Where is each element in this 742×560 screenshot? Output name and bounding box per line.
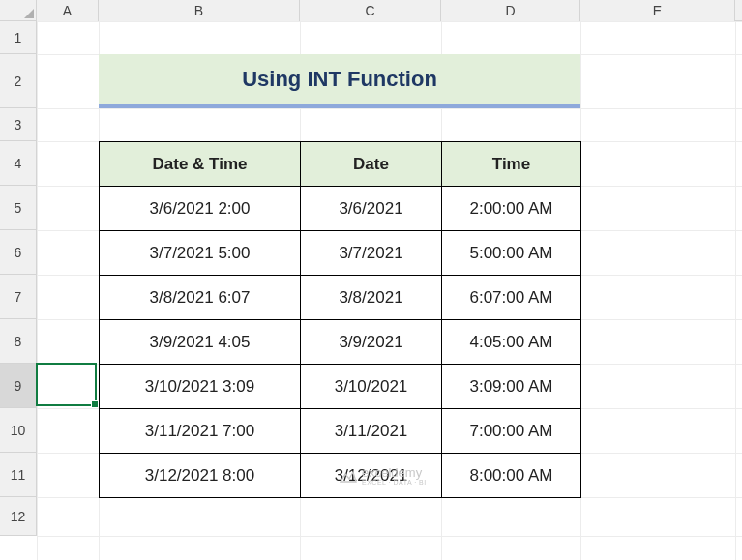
header-time[interactable]: Time [442,142,581,187]
row-header-9[interactable]: 9 [0,364,37,408]
cell-dateTime[interactable]: 3/11/2021 7:00 [100,409,301,454]
row-header-5[interactable]: 5 [0,186,37,230]
cell-date[interactable]: 3/6/2021 [301,187,442,231]
watermark: exceldemy EXCEL · DATA · BI [339,466,427,486]
spreadsheet-grid: ABCDE 123456789101112 Using INT Function… [0,0,742,560]
active-cell-selection [36,363,97,406]
cell-dateTime[interactable]: 3/7/2021 5:00 [100,231,301,276]
cell-time[interactable]: 8:00:00 AM [442,454,581,498]
cell-time[interactable]: 7:00:00 AM [442,409,581,454]
table-row: 3/10/2021 3:093/10/20213:09:00 AM [100,365,581,409]
col-header-B[interactable]: B [99,0,300,21]
watermark-icon [339,466,358,486]
header-date-time[interactable]: Date & Time [100,142,301,187]
cell-dateTime[interactable]: 3/8/2021 6:07 [100,276,301,320]
col-header-A[interactable]: A [37,0,99,21]
watermark-sub: EXCEL · DATA · BI [362,479,427,486]
cell-dateTime[interactable]: 3/12/2021 8:00 [100,454,301,498]
gridline-h [37,108,742,109]
gridline-v [37,21,38,560]
table-row: 3/8/2021 6:073/8/20216:07:00 AM [100,276,581,320]
title-text: Using INT Function [242,67,437,92]
cell-date[interactable]: 3/9/2021 [301,320,442,365]
data-table: Date & Time Date Time 3/6/2021 2:003/6/2… [99,141,581,498]
row-header-7[interactable]: 7 [0,275,37,319]
table-row: 3/9/2021 4:053/9/20214:05:00 AM [100,320,581,365]
title-cell[interactable]: Using INT Function [99,54,580,108]
cell-time[interactable]: 4:05:00 AM [442,320,581,365]
cell-dateTime[interactable]: 3/6/2021 2:00 [100,187,301,231]
watermark-brand: exceldemy [362,466,427,479]
cell-date[interactable]: 3/11/2021 [301,409,442,454]
table-row: 3/7/2021 5:003/7/20215:00:00 AM [100,231,581,276]
gridline-v [735,21,736,560]
col-header-C[interactable]: C [300,0,441,21]
cell-time[interactable]: 5:00:00 AM [442,231,581,276]
cells-area[interactable]: Using INT Function Date & Time Date Time… [37,21,742,560]
col-header-E[interactable]: E [580,0,735,21]
cell-time[interactable]: 6:07:00 AM [442,276,581,320]
row-header-12[interactable]: 12 [0,497,37,536]
row-header-4[interactable]: 4 [0,141,37,186]
column-headers: ABCDE [0,0,742,21]
cell-date[interactable]: 3/7/2021 [301,231,442,276]
row-header-6[interactable]: 6 [0,230,37,275]
row-header-1[interactable]: 1 [0,21,37,54]
row-headers: 123456789101112 [0,21,37,536]
cell-date[interactable]: 3/10/2021 [301,365,442,409]
row-header-11[interactable]: 11 [0,453,37,497]
row-header-3[interactable]: 3 [0,108,37,141]
gridline-h [37,21,742,22]
row-header-10[interactable]: 10 [0,408,37,453]
cell-dateTime[interactable]: 3/9/2021 4:05 [100,320,301,365]
table-row: 3/11/2021 7:003/11/20217:00:00 AM [100,409,581,454]
cell-date[interactable]: 3/8/2021 [301,276,442,320]
cell-time[interactable]: 3:09:00 AM [442,365,581,409]
table-row: 3/6/2021 2:003/6/20212:00:00 AM [100,187,581,231]
gridline-h [37,536,742,537]
col-header-D[interactable]: D [441,0,580,21]
cell-dateTime[interactable]: 3/10/2021 3:09 [100,365,301,409]
cell-time[interactable]: 2:00:00 AM [442,187,581,231]
row-header-8[interactable]: 8 [0,319,37,364]
select-all-corner[interactable] [0,0,37,21]
table-body: 3/6/2021 2:003/6/20212:00:00 AM3/7/2021 … [100,187,581,498]
row-header-2[interactable]: 2 [0,54,37,108]
table-header-row: Date & Time Date Time [100,142,581,187]
header-date[interactable]: Date [301,142,442,187]
